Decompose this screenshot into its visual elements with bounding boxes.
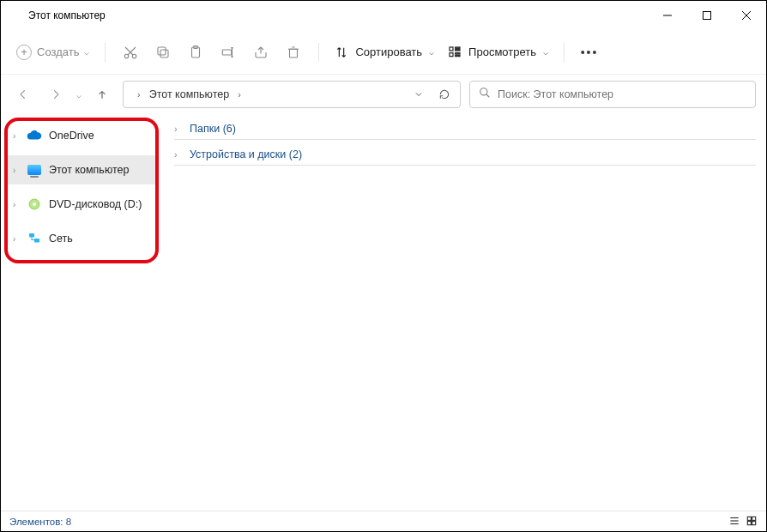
sidebar-item-label: DVD-дисковод (D:) [49,198,142,210]
svg-rect-1 [704,11,711,19]
copy-button[interactable] [147,36,179,69]
plus-icon: + [16,45,32,60]
group-devices[interactable]: › Устройства и диски (2) [174,145,756,166]
titlebar: Этот компьютер [1,1,766,30]
expand-icon[interactable]: › [13,131,23,141]
paste-button[interactable] [179,36,212,69]
svg-rect-36 [752,517,756,520]
chevron-right-icon[interactable]: › [234,89,245,100]
separator [105,43,106,62]
cloud-icon [27,128,42,143]
pc-icon [27,162,42,178]
search-icon [479,87,491,102]
new-button[interactable]: + Создать ⌵ [9,41,96,63]
up-button[interactable] [90,82,114,106]
svg-rect-30 [29,233,34,238]
separator [564,43,565,62]
svg-rect-20 [450,47,453,51]
expand-icon[interactable]: › [174,149,184,160]
navigation-pane: › OneDrive › Этот компьютер › DVD-дисков… [1,114,164,511]
window-controls [648,1,766,29]
toolbar: + Создать ⌵ Сортировать ⌵ Просмотреть ⌵ … [1,30,766,75]
svg-rect-31 [34,239,39,243]
share-button[interactable] [245,36,277,69]
svg-rect-8 [160,50,168,57]
sidebar-item-dvd[interactable]: › DVD-дисковод (D:) [6,190,159,219]
cut-button[interactable] [114,36,147,69]
breadcrumb-item[interactable]: Этот компьютер [149,88,229,100]
new-label: Создать [37,45,79,58]
details-view-button[interactable] [728,515,740,529]
group-label: Папки (6) [190,123,236,135]
thumbnails-view-button[interactable] [746,515,758,529]
expand-icon[interactable]: › [13,234,23,244]
sort-label: Сортировать [355,45,422,58]
view-label: Просмотреть [468,45,536,58]
expand-icon[interactable]: › [13,200,23,209]
close-button[interactable] [727,1,766,29]
address-bar: ⌵ › Этот компьютер › [1,75,766,114]
delete-button[interactable] [277,36,310,69]
search-box[interactable] [469,81,756,108]
svg-rect-23 [450,52,453,56]
address-box[interactable]: › Этот компьютер › [123,81,461,108]
group-label: Устройства и диски (2) [190,148,302,160]
separator [318,43,319,62]
sidebar-item-label: OneDrive [49,130,94,142]
chevron-right-icon[interactable]: › [134,89,144,100]
svg-rect-9 [158,47,166,55]
svg-rect-17 [290,49,298,57]
svg-rect-35 [747,517,751,520]
content-area: › OneDrive › Этот компьютер › DVD-дисков… [1,114,766,511]
sort-button[interactable]: Сортировать ⌵ [328,42,441,63]
svg-rect-21 [456,47,460,48]
svg-rect-38 [752,521,756,524]
svg-line-27 [486,94,490,98]
dropdown-button[interactable] [408,89,429,100]
back-button[interactable] [11,82,35,106]
sidebar-item-label: Сеть [49,233,73,245]
svg-rect-24 [456,52,460,53]
view-button[interactable]: Просмотреть ⌵ [441,42,555,63]
sidebar-item-this-pc[interactable]: › Этот компьютер [6,155,159,184]
chevron-down-icon: ⌵ [429,47,434,57]
sort-icon [335,45,348,59]
minimize-button[interactable] [648,1,687,29]
refresh-button[interactable] [434,88,455,100]
network-icon [27,231,42,246]
view-icon [448,45,462,59]
group-folders[interactable]: › Папки (6) [174,119,756,140]
svg-point-29 [33,203,36,206]
svg-rect-25 [456,55,460,56]
main-pane: › Папки (6) › Устройства и диски (2) [164,114,766,511]
rename-button[interactable] [212,36,245,69]
search-input[interactable] [498,88,746,100]
svg-rect-12 [223,50,233,55]
maximize-button[interactable] [687,1,727,29]
dvd-icon [27,196,42,212]
svg-point-26 [480,88,487,95]
app-icon [8,9,21,22]
recent-dropdown[interactable]: ⌵ [76,90,82,100]
sidebar-item-label: Этот компьютер [49,164,129,176]
status-bar: Элементов: 8 [1,511,766,531]
status-text: Элементов: 8 [9,517,71,527]
expand-icon[interactable]: › [174,124,184,134]
chevron-down-icon: ⌵ [84,47,89,57]
svg-rect-37 [747,521,751,524]
sidebar-item-onedrive[interactable]: › OneDrive [6,121,159,150]
more-button[interactable]: ••• [573,45,606,59]
forward-button[interactable] [44,82,68,106]
svg-rect-22 [456,49,460,50]
sidebar-item-network[interactable]: › Сеть [6,224,159,253]
expand-icon[interactable]: › [13,166,23,175]
window-title: Этот компьютер [28,9,648,21]
chevron-down-icon: ⌵ [543,47,548,57]
